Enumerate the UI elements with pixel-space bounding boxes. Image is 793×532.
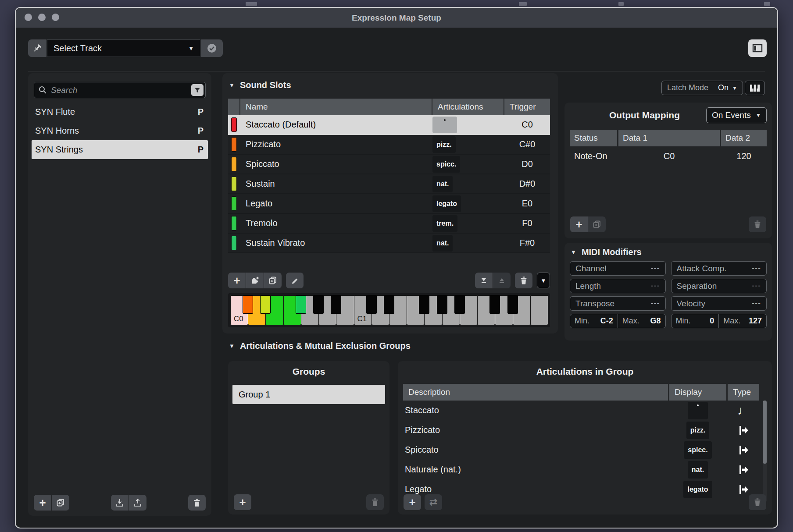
slot-articulation-cell[interactable]: legato bbox=[432, 195, 461, 212]
expression-map-list-item[interactable]: SYN Strings P bbox=[32, 140, 208, 159]
articulation-row[interactable]: Spiccato spicc. bbox=[403, 440, 759, 460]
piano-key-C#0[interactable] bbox=[243, 295, 253, 314]
minimize-window-button[interactable] bbox=[38, 14, 46, 21]
track-selector-dropdown[interactable]: Select Track ▼ bbox=[47, 39, 200, 57]
scrollbar-thumb[interactable] bbox=[763, 401, 767, 464]
sound-slot-row[interactable]: Pizzicato pizz. C#0 bbox=[228, 135, 550, 155]
articulation-type-cell[interactable] bbox=[728, 425, 759, 436]
midi-modifier-field[interactable]: Channel --- bbox=[570, 261, 666, 276]
output-mapping-row[interactable]: Note-On C0 120 bbox=[570, 146, 767, 166]
articulation-type-cell[interactable] bbox=[728, 484, 759, 495]
output-mapping-mode-dropdown[interactable]: On Events ▼ bbox=[706, 107, 767, 123]
articulation-type-cell[interactable] bbox=[728, 444, 759, 456]
close-window-button[interactable] bbox=[25, 14, 32, 21]
piano-key-C#1[interactable] bbox=[366, 295, 377, 314]
transpose-max[interactable]: Max. G8 bbox=[618, 314, 665, 328]
piano-key-G#0[interactable] bbox=[313, 295, 324, 314]
slot-articulation-cell[interactable] bbox=[432, 117, 457, 133]
swap-articulation-button[interactable]: ⇄ bbox=[425, 494, 442, 510]
sound-slot-row[interactable]: Sustain nat. D#0 bbox=[228, 174, 550, 194]
piano-key-F#1[interactable] bbox=[419, 295, 429, 314]
duplicate-output-event-button[interactable] bbox=[588, 216, 606, 232]
toggle-left-zone-button[interactable] bbox=[748, 39, 767, 57]
add-output-event-button[interactable]: + bbox=[570, 216, 588, 232]
midi-modifier-field[interactable]: Separation --- bbox=[671, 279, 767, 293]
articulation-row[interactable]: Naturale (nat.) nat. bbox=[403, 460, 759, 479]
transpose-min[interactable]: Min. C-2 bbox=[570, 314, 618, 328]
duplicate-map-button[interactable] bbox=[52, 495, 69, 511]
delete-map-button[interactable] bbox=[188, 495, 206, 511]
piano-key-G#1[interactable] bbox=[437, 295, 447, 314]
expression-map-list-item[interactable]: SYN Horns P bbox=[28, 121, 211, 140]
piano-key-A#0[interactable] bbox=[331, 295, 341, 314]
duplicate-slot-button[interactable] bbox=[264, 273, 282, 288]
sound-slots-header[interactable]: ▼ Sound Slots bbox=[229, 80, 291, 90]
edit-slot-button[interactable] bbox=[286, 273, 304, 288]
piano-key-C#2[interactable] bbox=[489, 295, 500, 314]
articulation-display-cell[interactable]: nat. bbox=[688, 461, 708, 479]
sound-slot-row[interactable]: Tremolo trem. F0 bbox=[228, 214, 550, 234]
latch-mode-dropdown[interactable]: Latch Mode On ▼ bbox=[661, 81, 743, 95]
articulation-row[interactable]: Staccato ♩ bbox=[403, 401, 759, 420]
articulation-type-cell[interactable]: ♩ bbox=[728, 404, 759, 417]
slot-trigger-note[interactable]: F#0 bbox=[504, 238, 550, 248]
event-data2[interactable]: 120 bbox=[721, 151, 767, 161]
export-map-button[interactable] bbox=[129, 495, 146, 511]
delete-articulation-button[interactable] bbox=[749, 494, 766, 510]
midi-modifiers-header[interactable]: ▼ MIDI Modifiers bbox=[571, 247, 642, 257]
add-group-button[interactable]: + bbox=[234, 494, 251, 510]
apply-track-button[interactable] bbox=[201, 39, 223, 57]
slot-options-dropdown-button[interactable]: ▼ bbox=[537, 273, 550, 288]
add-articulation-button[interactable]: + bbox=[404, 494, 421, 510]
sound-slot-row[interactable]: Legato legato E0 bbox=[228, 194, 550, 214]
midi-modifier-field[interactable]: Attack Comp. --- bbox=[671, 261, 767, 276]
piano-key-F2[interactable] bbox=[530, 295, 548, 325]
pin-button[interactable] bbox=[28, 39, 46, 57]
slot-articulation-cell[interactable]: nat. bbox=[432, 176, 453, 192]
search-input[interactable] bbox=[34, 82, 206, 98]
slot-articulation-cell[interactable]: spicc. bbox=[432, 156, 460, 173]
midi-modifier-field[interactable]: Length --- bbox=[570, 279, 666, 293]
slot-trigger-note[interactable]: C0 bbox=[504, 120, 550, 130]
velocity-min[interactable]: Min. 0 bbox=[672, 314, 719, 328]
velocity-max[interactable]: Max. 127 bbox=[718, 314, 766, 328]
keyboard-display-toggle-button[interactable] bbox=[745, 81, 765, 95]
slot-trigger-note[interactable]: E0 bbox=[504, 199, 550, 209]
midi-modifier-field[interactable]: Transpose --- bbox=[570, 296, 666, 311]
articulations-scrollbar[interactable] bbox=[763, 401, 767, 502]
event-data1[interactable]: C0 bbox=[618, 151, 720, 161]
move-slot-down-button[interactable] bbox=[475, 273, 493, 288]
sound-slot-row[interactable]: Spiccato spicc. D0 bbox=[228, 155, 550, 174]
delete-slot-button[interactable] bbox=[515, 273, 532, 288]
midi-modifier-field[interactable]: Velocity --- bbox=[671, 296, 767, 311]
delete-output-event-button[interactable] bbox=[749, 216, 766, 232]
piano-key-D#0[interactable] bbox=[260, 295, 271, 314]
slot-articulation-cell[interactable]: nat. bbox=[432, 235, 453, 252]
articulation-display-cell[interactable] bbox=[688, 402, 708, 419]
filter-button[interactable] bbox=[191, 84, 204, 96]
articulation-display-cell[interactable]: spicc. bbox=[684, 441, 711, 459]
slot-trigger-note[interactable]: F0 bbox=[504, 218, 550, 228]
slot-articulation-cell[interactable]: pizz. bbox=[432, 136, 456, 153]
articulation-row[interactable]: Pizzicato pizz. bbox=[403, 420, 759, 440]
add-slot-from-articulation-button[interactable] bbox=[246, 273, 264, 288]
group-list-item[interactable]: Group 1 bbox=[232, 385, 385, 404]
piano-key-F#0[interactable] bbox=[296, 295, 306, 314]
piano-key-A#1[interactable] bbox=[454, 295, 465, 314]
import-map-button[interactable] bbox=[111, 495, 129, 511]
slot-trigger-note[interactable]: D0 bbox=[504, 159, 550, 169]
sound-slot-row[interactable]: Sustain Vibrato nat. F#0 bbox=[228, 234, 550, 253]
zoom-window-button[interactable] bbox=[52, 14, 59, 21]
articulation-type-cell[interactable] bbox=[728, 464, 759, 475]
slot-trigger-note[interactable]: D#0 bbox=[504, 179, 550, 189]
add-slot-button[interactable]: + bbox=[228, 273, 246, 288]
piano-key-D#1[interactable] bbox=[384, 295, 394, 314]
delete-group-button[interactable] bbox=[366, 494, 384, 510]
articulations-groups-header[interactable]: ▼ Articulations & Mutual Exclusion Group… bbox=[229, 341, 411, 351]
add-map-button[interactable]: + bbox=[34, 495, 51, 511]
sound-slot-row[interactable]: Staccato (Default) C0 bbox=[228, 115, 550, 135]
expression-map-list-item[interactable]: SYN Flute P bbox=[28, 103, 211, 121]
move-slot-up-button[interactable] bbox=[493, 273, 511, 288]
slot-trigger-note[interactable]: C#0 bbox=[504, 139, 550, 149]
articulation-display-cell[interactable]: pizz. bbox=[686, 422, 710, 439]
